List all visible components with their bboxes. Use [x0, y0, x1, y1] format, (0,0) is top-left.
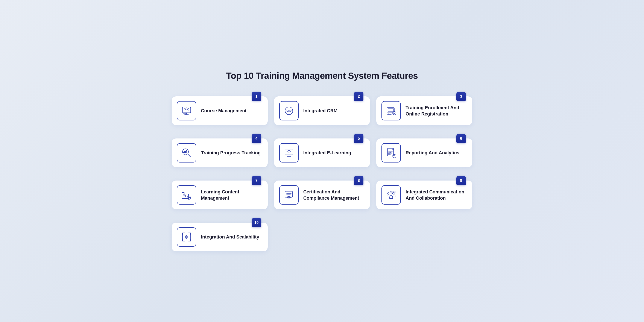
svg-text:CRM: CRM: [286, 110, 291, 112]
feature-card-1: 1 Course Management: [172, 92, 268, 125]
svg-point-64: [186, 236, 187, 238]
svg-line-72: [188, 236, 188, 236]
page-container: Top 10 Training Management System Featur…: [172, 71, 472, 251]
number-badge-2: 2: [354, 92, 364, 101]
card-label-6: Reporting And Analytics: [406, 150, 459, 156]
svg-line-54: [290, 199, 290, 199]
icon-box-4: [177, 143, 196, 162]
svg-rect-15: [388, 108, 394, 112]
number-badge-4: 4: [252, 134, 261, 143]
icon-box-5: [279, 143, 298, 162]
feature-card-7: 7 Learning Content Management: [172, 176, 268, 209]
svg-rect-26: [285, 149, 293, 155]
icon-box-9: [382, 185, 401, 204]
svg-line-21: [188, 154, 190, 157]
svg-point-5: [189, 110, 189, 111]
svg-point-47: [288, 196, 290, 199]
feature-card-8: 8 Certification And Compliance Managemen…: [274, 176, 370, 209]
feature-card-9: 9 Integrated Communication And Collabora…: [376, 176, 472, 209]
svg-marker-42: [184, 195, 184, 196]
svg-rect-14: [387, 108, 394, 112]
card-label-5: Integrated E-Learning: [303, 150, 351, 156]
icon-box-8: [279, 185, 298, 204]
feature-card-2: 2 CRM Integrated CRM: [274, 92, 370, 125]
card-label-8: Certification And Compliance Management: [303, 189, 365, 201]
card-label-2: Integrated CRM: [303, 108, 338, 114]
svg-rect-36: [390, 153, 391, 155]
number-badge-9: 9: [456, 176, 466, 185]
feature-card-3: 3 Training Enrollment And Online Registr…: [376, 92, 472, 125]
svg-point-6: [184, 113, 186, 114]
svg-point-31: [291, 153, 291, 154]
svg-line-69: [185, 236, 186, 236]
features-grid: 1 Course Management 2: [172, 92, 472, 251]
number-badge-1: 1: [252, 92, 261, 101]
number-badge-5: 5: [354, 134, 364, 143]
feature-card-6: 6 Reporting And Analytics: [376, 134, 472, 167]
icon-box-7: [177, 185, 196, 204]
number-badge-3: 3: [456, 92, 466, 101]
number-badge-6: 6: [456, 134, 466, 143]
feature-card-10: 10 Integration And Scalability: [172, 218, 268, 251]
card-label-4: Training Progress Tracking: [201, 150, 260, 156]
icon-box-2: CRM: [279, 101, 298, 120]
svg-line-70: [188, 238, 188, 238]
card-label-9: Integrated Communication And Collaborati…: [406, 189, 467, 201]
number-badge-10: 10: [252, 218, 261, 227]
feature-card-4: 4 Training Progress Tracking: [172, 134, 268, 167]
svg-point-7: [184, 113, 186, 114]
svg-line-71: [185, 238, 186, 238]
svg-line-56: [290, 196, 290, 197]
card-label-7: Learning Content Management: [201, 189, 262, 201]
icon-box-3: [382, 101, 401, 120]
icon-box-1: [177, 101, 196, 120]
svg-rect-62: [182, 233, 190, 241]
number-badge-8: 8: [354, 176, 364, 185]
svg-marker-29: [287, 150, 291, 152]
card-label-1: Course Management: [201, 108, 246, 114]
svg-rect-35: [388, 153, 390, 155]
svg-marker-3: [184, 108, 189, 110]
card-label-10: Integration And Scalability: [201, 234, 259, 240]
svg-rect-37: [391, 154, 392, 155]
number-badge-7: 7: [252, 176, 261, 185]
icon-box-6: [382, 143, 401, 162]
svg-point-63: [185, 236, 188, 238]
feature-card-5: 5 Integrated E-Learning: [274, 134, 370, 167]
page-title: Top 10 Training Management System Featur…: [172, 71, 472, 81]
card-label-3: Training Enrollment And Online Registrat…: [406, 104, 467, 117]
svg-point-58: [388, 192, 389, 194]
svg-point-59: [393, 192, 395, 194]
icon-box-10: [177, 227, 196, 247]
